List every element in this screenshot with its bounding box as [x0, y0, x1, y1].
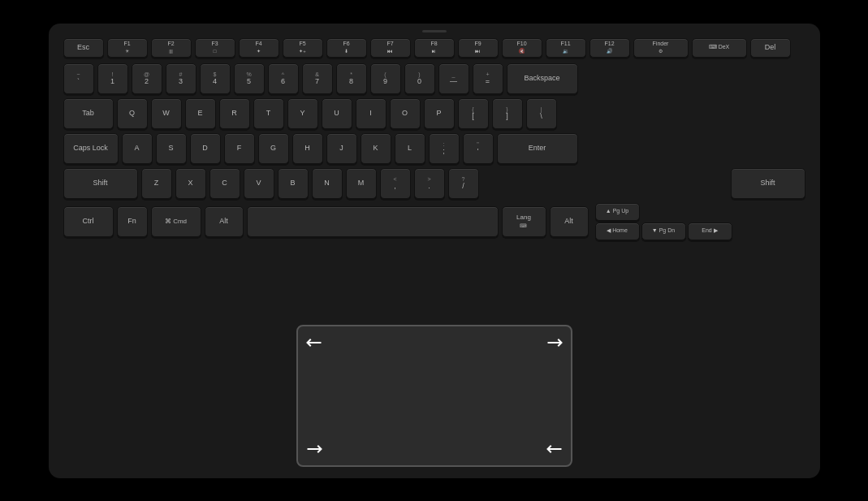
key-semicolon[interactable]: :;	[429, 133, 460, 164]
keyboard-body: Esc F1☀ F2||| F3□ F4✦ F5✦+ F6⬇ F7⏮ F8⏯ F…	[49, 24, 820, 478]
key-a[interactable]: A	[122, 133, 153, 164]
key-p[interactable]: P	[424, 98, 455, 129]
key-v[interactable]: V	[244, 168, 274, 199]
key-h[interactable]: H	[292, 133, 323, 164]
key-backslash[interactable]: |\	[526, 98, 557, 129]
key-lbracket[interactable]: {[	[458, 98, 489, 129]
key-alt-left[interactable]: Alt	[205, 206, 244, 237]
key-f1[interactable]: F1☀	[107, 38, 148, 58]
svg-line-3	[547, 442, 561, 456]
key-g[interactable]: G	[258, 133, 289, 164]
key-ctrl[interactable]: Ctrl	[63, 206, 114, 237]
svg-line-1	[547, 335, 561, 349]
caps-row: Caps Lock A S D F G H J K L :; "' Enter	[63, 133, 805, 164]
svg-line-2	[307, 442, 321, 456]
trackpad[interactable]	[296, 325, 572, 467]
key-f7[interactable]: F7⏮	[370, 38, 411, 58]
key-x[interactable]: X	[175, 168, 206, 199]
key-f9[interactable]: F9⏭	[458, 38, 499, 58]
nav-cluster: ▲ Pg Up ◀ Home ▼ Pg Dn End ▶	[595, 203, 732, 240]
shift-row: Shift Z X C V B N M <, >. ?/ Shift	[63, 168, 805, 199]
key-i[interactable]: I	[356, 98, 386, 129]
trackpad-surface	[298, 326, 571, 465]
key-c[interactable]: C	[209, 168, 240, 199]
key-finder[interactable]: Finder⚙	[633, 38, 689, 58]
key-shift-right[interactable]: Shift	[731, 168, 805, 199]
key-cmd[interactable]: ⌘ Cmd	[151, 206, 201, 237]
key-4[interactable]: $4	[200, 63, 231, 94]
key-equals[interactable]: +=	[473, 63, 503, 94]
key-5[interactable]: %5	[234, 63, 265, 94]
key-l[interactable]: L	[395, 133, 425, 164]
key-end[interactable]: End ▶	[688, 222, 732, 240]
key-esc[interactable]: Esc	[63, 38, 104, 58]
key-rbracket[interactable]: }]	[492, 98, 523, 129]
key-f12[interactable]: F12🔊	[589, 38, 630, 58]
number-row: ~` !1 @2 #3 $4 %5 ^6 &7 *8 (9 )0 _— += B…	[63, 63, 805, 94]
key-minus[interactable]: _—	[438, 63, 469, 94]
key-y[interactable]: Y	[287, 98, 318, 129]
key-pgup[interactable]: ▲ Pg Up	[595, 203, 640, 221]
key-f10[interactable]: F10🔇	[502, 38, 542, 58]
key-period[interactable]: >.	[414, 168, 445, 199]
key-pgdn[interactable]: ▼ Pg Dn	[641, 222, 686, 240]
key-capslock[interactable]: Caps Lock	[63, 133, 119, 164]
key-2[interactable]: @2	[132, 63, 162, 94]
trackpad-arrow-topleft	[304, 333, 323, 352]
key-f3[interactable]: F3□	[195, 38, 235, 58]
key-space[interactable]	[247, 206, 499, 237]
key-w[interactable]: W	[151, 98, 182, 129]
key-home[interactable]: ◀ Home	[595, 222, 640, 240]
key-m[interactable]: M	[346, 168, 377, 199]
fn-row: Esc F1☀ F2||| F3□ F4✦ F5✦+ F6⬇ F7⏮ F8⏯ F…	[63, 37, 805, 59]
svg-line-0	[307, 335, 321, 349]
key-tab[interactable]: Tab	[63, 98, 114, 129]
key-k[interactable]: K	[361, 133, 391, 164]
key-u[interactable]: U	[322, 98, 352, 129]
key-f8[interactable]: F8⏯	[414, 38, 455, 58]
key-1[interactable]: !1	[97, 63, 128, 94]
key-slash[interactable]: ?/	[448, 168, 479, 199]
key-n[interactable]: N	[312, 168, 343, 199]
key-f[interactable]: F	[224, 133, 255, 164]
key-f2[interactable]: F2|||	[151, 38, 192, 58]
key-e[interactable]: E	[185, 98, 216, 129]
key-7[interactable]: &7	[302, 63, 333, 94]
key-shift-left[interactable]: Shift	[63, 168, 138, 199]
key-8[interactable]: *8	[336, 63, 367, 94]
key-enter[interactable]: Enter	[497, 133, 578, 164]
key-r[interactable]: R	[219, 98, 250, 129]
key-d[interactable]: D	[190, 133, 221, 164]
trackpad-arrow-bottomleft	[304, 439, 323, 458]
bottom-row: Ctrl Fn ⌘ Cmd Alt Lang⌨ Alt ▲ Pg Up ◀ Ho…	[63, 203, 805, 240]
key-o[interactable]: O	[390, 98, 421, 129]
key-f5[interactable]: F5✦+	[283, 38, 323, 58]
key-comma[interactable]: <,	[380, 168, 411, 199]
key-quote[interactable]: "'	[463, 133, 494, 164]
key-backtick[interactable]: ~`	[63, 63, 94, 94]
key-9[interactable]: (9	[370, 63, 401, 94]
trackpad-arrow-topright	[545, 333, 564, 352]
key-f6[interactable]: F6⬇	[326, 38, 367, 58]
key-lang[interactable]: Lang⌨	[502, 206, 546, 237]
key-z[interactable]: Z	[141, 168, 172, 199]
key-fn[interactable]: Fn	[117, 206, 148, 237]
key-0[interactable]: )0	[404, 63, 435, 94]
trackpad-arrow-bottomright	[545, 439, 564, 458]
qwerty-row: Tab Q W E R T Y U I O P {[ }] |\	[63, 98, 805, 129]
key-f11[interactable]: F11🔉	[546, 38, 586, 58]
key-t[interactable]: T	[253, 98, 284, 129]
key-s[interactable]: S	[156, 133, 187, 164]
key-backspace[interactable]: Backspace	[507, 63, 578, 94]
key-del[interactable]: Del	[750, 38, 791, 58]
key-6[interactable]: ^6	[268, 63, 299, 94]
key-q[interactable]: Q	[117, 98, 148, 129]
key-j[interactable]: J	[326, 133, 357, 164]
key-dex[interactable]: ⌨ DeX	[692, 38, 747, 58]
key-3[interactable]: #3	[166, 63, 196, 94]
key-alt-right[interactable]: Alt	[550, 206, 589, 237]
key-f4[interactable]: F4✦	[239, 38, 279, 58]
key-b[interactable]: B	[278, 168, 309, 199]
